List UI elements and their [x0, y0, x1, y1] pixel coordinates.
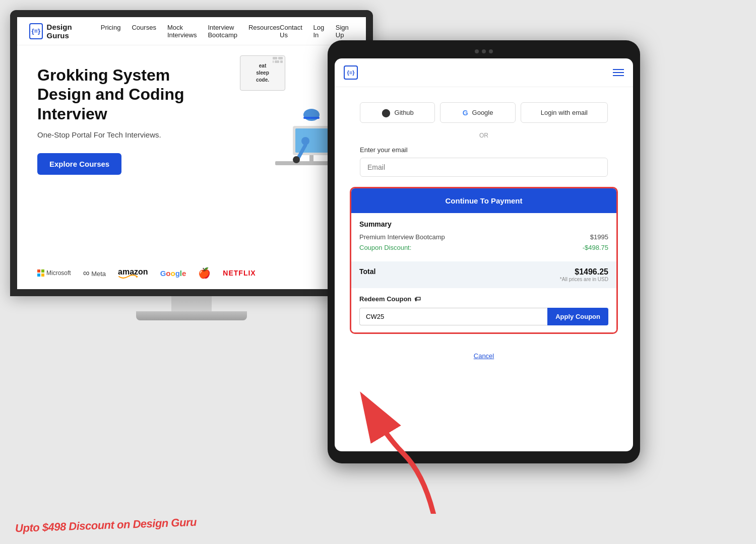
svg-rect-7: [295, 128, 328, 153]
nav-right: Contact Us Log In Sign Up: [280, 24, 354, 39]
total-amount: $1496.25: [560, 267, 608, 277]
nav-bootcamp[interactable]: Interview Bootcamp: [208, 24, 237, 39]
cancel-link[interactable]: Cancel: [474, 352, 494, 360]
google-icon: G: [463, 109, 468, 117]
brand-microsoft: Microsoft: [37, 269, 71, 277]
hero-section: Grokking System Design and Coding Interv…: [17, 45, 366, 257]
summary-title: Summary: [359, 220, 608, 228]
monitor-screen: {≡} Design Gurus Pricing Courses Mock In…: [10, 10, 373, 296]
total-row: Total $1496.25 *All prices are in USD: [351, 261, 616, 288]
summary-section: Summary Premium Interview Bootcamp $1995…: [351, 213, 616, 261]
tablet-nav: {≡}: [335, 58, 633, 87]
hamburger-menu[interactable]: [613, 69, 624, 76]
nav-links: Pricing Courses Mock Interviews Intervie…: [101, 24, 280, 39]
coupon-label: Redeem Coupon 🏷: [359, 295, 608, 303]
or-divider: OR: [360, 132, 608, 139]
desktop-logo[interactable]: {≡} Design Gurus: [29, 23, 87, 40]
cancel-row: Cancel: [335, 344, 633, 367]
payment-section: Continue To Payment Summary Premium Inte…: [350, 187, 618, 334]
bottom-discount-text: Upto $498 Discount on Design Guru: [15, 516, 197, 535]
camera-dot-1: [475, 49, 479, 53]
svg-marker-18: [136, 276, 138, 278]
coupon-icon: 🏷: [414, 295, 421, 303]
login-section: ⬤ Github G Google Login with email OR En…: [335, 87, 633, 177]
coupon-discount-row: Coupon Discount: -$498.75: [359, 244, 608, 251]
svg-point-14: [293, 156, 300, 163]
nav-pricing[interactable]: Pricing: [101, 24, 121, 39]
coupon-section: Redeem Coupon 🏷 Apply Coupon: [351, 288, 616, 332]
coupon-discount-label: Coupon Discount:: [359, 244, 411, 251]
camera-dot-3: [489, 49, 493, 53]
nav-courses[interactable]: Courses: [132, 24, 156, 39]
brands-section: Microsoft ∞ Meta amazon Google 🍎 NETFLIX: [17, 257, 366, 289]
brand-google: Google: [160, 269, 186, 278]
nav-signup[interactable]: Sign Up: [336, 24, 354, 39]
monitor-base: [136, 311, 247, 320]
camera-dot-2: [482, 49, 486, 53]
github-icon: ⬤: [382, 108, 391, 117]
total-note: *All prices are in USD: [560, 277, 608, 282]
google-label: Google: [472, 109, 493, 116]
nav-login[interactable]: Log In: [313, 24, 327, 39]
github-label: Github: [395, 109, 414, 116]
monitor-neck: [171, 296, 212, 311]
hero-title: Grokking System Design and Coding Interv…: [37, 65, 219, 123]
apply-coupon-button[interactable]: Apply Coupon: [547, 308, 608, 325]
brand-meta: ∞ Meta: [83, 268, 106, 279]
coupon-row: Apply Coupon: [359, 308, 608, 325]
github-login-button[interactable]: ⬤ Github: [360, 102, 435, 123]
brand-amazon: amazon: [118, 267, 148, 279]
item-name: Premium Interview Bootcamp: [359, 233, 445, 241]
nav-mock-interviews[interactable]: Mock Interviews: [167, 24, 197, 39]
google-login-button[interactable]: G Google: [440, 102, 515, 123]
email-login-label: Login with email: [541, 109, 588, 116]
item-row: Premium Interview Bootcamp $1995: [359, 233, 608, 241]
logo-text: Design Gurus: [47, 23, 87, 40]
brand-apple: 🍎: [198, 267, 211, 279]
item-price: $1995: [590, 233, 608, 241]
nav-resources[interactable]: Resources: [248, 24, 280, 39]
svg-rect-1: [278, 57, 283, 59]
nav-contact[interactable]: Contact Us: [280, 24, 305, 39]
svg-rect-16: [305, 111, 318, 118]
login-buttons: ⬤ Github G Google Login with email: [360, 102, 608, 123]
email-login-button[interactable]: Login with email: [521, 102, 608, 123]
brand-netflix: NETFLIX: [223, 269, 256, 277]
coupon-input[interactable]: [359, 308, 547, 325]
svg-rect-9: [304, 161, 319, 163]
email-field-label: Enter your email: [360, 146, 608, 154]
total-label: Total: [359, 267, 375, 276]
desktop-nav: {≡} Design Gurus Pricing Courses Mock In…: [17, 17, 366, 45]
continue-to-payment-button[interactable]: Continue To Payment: [351, 188, 616, 213]
coupon-discount-value: -$498.75: [583, 244, 608, 251]
logo-icon: {≡}: [29, 23, 43, 39]
tablet-logo-icon: {≡}: [344, 65, 358, 80]
desktop-monitor: {≡} Design Gurus Pricing Courses Mock In…: [10, 10, 373, 320]
explore-courses-button[interactable]: Explore Courses: [37, 153, 121, 175]
red-arrow: [343, 373, 454, 514]
tablet-cameras: [335, 49, 633, 53]
total-right: $1496.25 *All prices are in USD: [560, 267, 608, 282]
svg-rect-8: [309, 155, 313, 162]
email-input[interactable]: [360, 158, 608, 177]
svg-rect-17: [303, 117, 320, 119]
svg-rect-0: [273, 57, 277, 59]
